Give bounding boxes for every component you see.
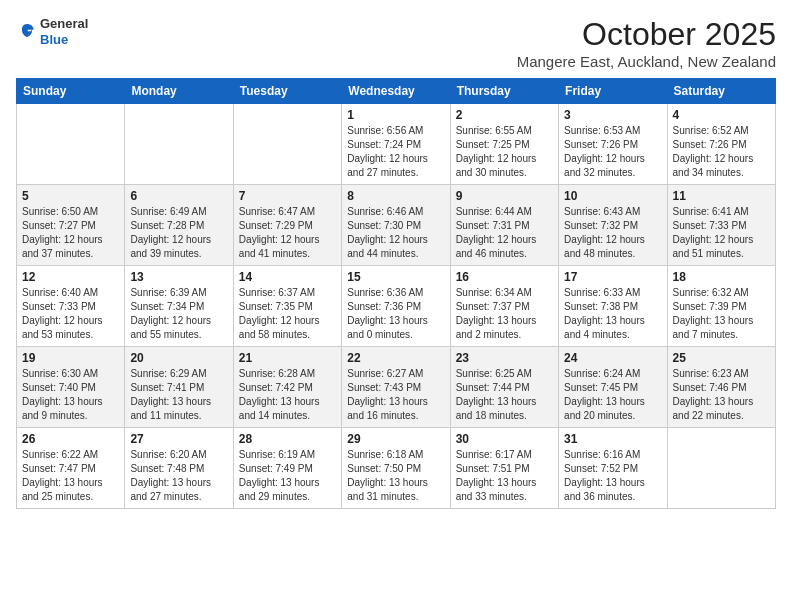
calendar-cell: 14Sunrise: 6:37 AM Sunset: 7:35 PM Dayli… (233, 266, 341, 347)
cell-content: Sunrise: 6:36 AM Sunset: 7:36 PM Dayligh… (347, 286, 444, 342)
calendar-cell (667, 428, 775, 509)
weekday-header-saturday: Saturday (667, 79, 775, 104)
day-number: 24 (564, 351, 661, 365)
calendar-cell: 28Sunrise: 6:19 AM Sunset: 7:49 PM Dayli… (233, 428, 341, 509)
calendar-cell: 4Sunrise: 6:52 AM Sunset: 7:26 PM Daylig… (667, 104, 775, 185)
day-number: 28 (239, 432, 336, 446)
calendar-cell: 16Sunrise: 6:34 AM Sunset: 7:37 PM Dayli… (450, 266, 558, 347)
calendar-cell: 8Sunrise: 6:46 AM Sunset: 7:30 PM Daylig… (342, 185, 450, 266)
day-number: 6 (130, 189, 227, 203)
day-number: 13 (130, 270, 227, 284)
calendar-cell: 12Sunrise: 6:40 AM Sunset: 7:33 PM Dayli… (17, 266, 125, 347)
cell-content: Sunrise: 6:24 AM Sunset: 7:45 PM Dayligh… (564, 367, 661, 423)
cell-content: Sunrise: 6:49 AM Sunset: 7:28 PM Dayligh… (130, 205, 227, 261)
day-number: 31 (564, 432, 661, 446)
day-number: 23 (456, 351, 553, 365)
cell-content: Sunrise: 6:50 AM Sunset: 7:27 PM Dayligh… (22, 205, 119, 261)
cell-content: Sunrise: 6:43 AM Sunset: 7:32 PM Dayligh… (564, 205, 661, 261)
day-number: 10 (564, 189, 661, 203)
calendar-week-4: 19Sunrise: 6:30 AM Sunset: 7:40 PM Dayli… (17, 347, 776, 428)
calendar-cell: 31Sunrise: 6:16 AM Sunset: 7:52 PM Dayli… (559, 428, 667, 509)
cell-content: Sunrise: 6:56 AM Sunset: 7:24 PM Dayligh… (347, 124, 444, 180)
calendar-cell: 24Sunrise: 6:24 AM Sunset: 7:45 PM Dayli… (559, 347, 667, 428)
month-title: October 2025 (517, 16, 776, 53)
day-number: 20 (130, 351, 227, 365)
cell-content: Sunrise: 6:16 AM Sunset: 7:52 PM Dayligh… (564, 448, 661, 504)
cell-content: Sunrise: 6:19 AM Sunset: 7:49 PM Dayligh… (239, 448, 336, 504)
calendar-cell (233, 104, 341, 185)
cell-content: Sunrise: 6:44 AM Sunset: 7:31 PM Dayligh… (456, 205, 553, 261)
calendar-cell: 22Sunrise: 6:27 AM Sunset: 7:43 PM Dayli… (342, 347, 450, 428)
cell-content: Sunrise: 6:47 AM Sunset: 7:29 PM Dayligh… (239, 205, 336, 261)
day-number: 15 (347, 270, 444, 284)
day-number: 4 (673, 108, 770, 122)
day-number: 11 (673, 189, 770, 203)
cell-content: Sunrise: 6:29 AM Sunset: 7:41 PM Dayligh… (130, 367, 227, 423)
day-number: 14 (239, 270, 336, 284)
calendar-week-1: 1Sunrise: 6:56 AM Sunset: 7:24 PM Daylig… (17, 104, 776, 185)
cell-content: Sunrise: 6:27 AM Sunset: 7:43 PM Dayligh… (347, 367, 444, 423)
day-number: 8 (347, 189, 444, 203)
calendar-week-2: 5Sunrise: 6:50 AM Sunset: 7:27 PM Daylig… (17, 185, 776, 266)
calendar-cell: 25Sunrise: 6:23 AM Sunset: 7:46 PM Dayli… (667, 347, 775, 428)
day-number: 16 (456, 270, 553, 284)
day-number: 12 (22, 270, 119, 284)
calendar-header-row: SundayMondayTuesdayWednesdayThursdayFrid… (17, 79, 776, 104)
calendar-week-3: 12Sunrise: 6:40 AM Sunset: 7:33 PM Dayli… (17, 266, 776, 347)
logo-blue-text: Blue (40, 32, 88, 48)
calendar-cell: 7Sunrise: 6:47 AM Sunset: 7:29 PM Daylig… (233, 185, 341, 266)
calendar-cell: 17Sunrise: 6:33 AM Sunset: 7:38 PM Dayli… (559, 266, 667, 347)
weekday-header-sunday: Sunday (17, 79, 125, 104)
weekday-header-wednesday: Wednesday (342, 79, 450, 104)
cell-content: Sunrise: 6:18 AM Sunset: 7:50 PM Dayligh… (347, 448, 444, 504)
cell-content: Sunrise: 6:28 AM Sunset: 7:42 PM Dayligh… (239, 367, 336, 423)
cell-content: Sunrise: 6:32 AM Sunset: 7:39 PM Dayligh… (673, 286, 770, 342)
weekday-header-tuesday: Tuesday (233, 79, 341, 104)
calendar-cell: 9Sunrise: 6:44 AM Sunset: 7:31 PM Daylig… (450, 185, 558, 266)
calendar-cell: 15Sunrise: 6:36 AM Sunset: 7:36 PM Dayli… (342, 266, 450, 347)
calendar-week-5: 26Sunrise: 6:22 AM Sunset: 7:47 PM Dayli… (17, 428, 776, 509)
calendar-cell: 13Sunrise: 6:39 AM Sunset: 7:34 PM Dayli… (125, 266, 233, 347)
day-number: 5 (22, 189, 119, 203)
cell-content: Sunrise: 6:46 AM Sunset: 7:30 PM Dayligh… (347, 205, 444, 261)
location-subtitle: Mangere East, Auckland, New Zealand (517, 53, 776, 70)
cell-content: Sunrise: 6:52 AM Sunset: 7:26 PM Dayligh… (673, 124, 770, 180)
calendar-cell: 27Sunrise: 6:20 AM Sunset: 7:48 PM Dayli… (125, 428, 233, 509)
cell-content: Sunrise: 6:20 AM Sunset: 7:48 PM Dayligh… (130, 448, 227, 504)
cell-content: Sunrise: 6:34 AM Sunset: 7:37 PM Dayligh… (456, 286, 553, 342)
calendar-cell: 19Sunrise: 6:30 AM Sunset: 7:40 PM Dayli… (17, 347, 125, 428)
day-number: 17 (564, 270, 661, 284)
cell-content: Sunrise: 6:39 AM Sunset: 7:34 PM Dayligh… (130, 286, 227, 342)
cell-content: Sunrise: 6:40 AM Sunset: 7:33 PM Dayligh… (22, 286, 119, 342)
calendar-cell: 21Sunrise: 6:28 AM Sunset: 7:42 PM Dayli… (233, 347, 341, 428)
calendar-cell: 10Sunrise: 6:43 AM Sunset: 7:32 PM Dayli… (559, 185, 667, 266)
day-number: 3 (564, 108, 661, 122)
calendar-cell: 1Sunrise: 6:56 AM Sunset: 7:24 PM Daylig… (342, 104, 450, 185)
calendar-cell: 18Sunrise: 6:32 AM Sunset: 7:39 PM Dayli… (667, 266, 775, 347)
cell-content: Sunrise: 6:41 AM Sunset: 7:33 PM Dayligh… (673, 205, 770, 261)
calendar-cell: 23Sunrise: 6:25 AM Sunset: 7:44 PM Dayli… (450, 347, 558, 428)
day-number: 21 (239, 351, 336, 365)
day-number: 7 (239, 189, 336, 203)
day-number: 26 (22, 432, 119, 446)
weekday-header-thursday: Thursday (450, 79, 558, 104)
calendar-cell: 29Sunrise: 6:18 AM Sunset: 7:50 PM Dayli… (342, 428, 450, 509)
cell-content: Sunrise: 6:22 AM Sunset: 7:47 PM Dayligh… (22, 448, 119, 504)
cell-content: Sunrise: 6:55 AM Sunset: 7:25 PM Dayligh… (456, 124, 553, 180)
calendar-cell: 5Sunrise: 6:50 AM Sunset: 7:27 PM Daylig… (17, 185, 125, 266)
calendar-cell (125, 104, 233, 185)
cell-content: Sunrise: 6:53 AM Sunset: 7:26 PM Dayligh… (564, 124, 661, 180)
logo-general-text: General (40, 16, 88, 32)
calendar-cell: 3Sunrise: 6:53 AM Sunset: 7:26 PM Daylig… (559, 104, 667, 185)
cell-content: Sunrise: 6:23 AM Sunset: 7:46 PM Dayligh… (673, 367, 770, 423)
calendar-cell: 6Sunrise: 6:49 AM Sunset: 7:28 PM Daylig… (125, 185, 233, 266)
calendar-cell: 26Sunrise: 6:22 AM Sunset: 7:47 PM Dayli… (17, 428, 125, 509)
cell-content: Sunrise: 6:30 AM Sunset: 7:40 PM Dayligh… (22, 367, 119, 423)
calendar-cell: 20Sunrise: 6:29 AM Sunset: 7:41 PM Dayli… (125, 347, 233, 428)
cell-content: Sunrise: 6:25 AM Sunset: 7:44 PM Dayligh… (456, 367, 553, 423)
day-number: 1 (347, 108, 444, 122)
calendar-cell (17, 104, 125, 185)
day-number: 19 (22, 351, 119, 365)
cell-content: Sunrise: 6:37 AM Sunset: 7:35 PM Dayligh… (239, 286, 336, 342)
day-number: 2 (456, 108, 553, 122)
